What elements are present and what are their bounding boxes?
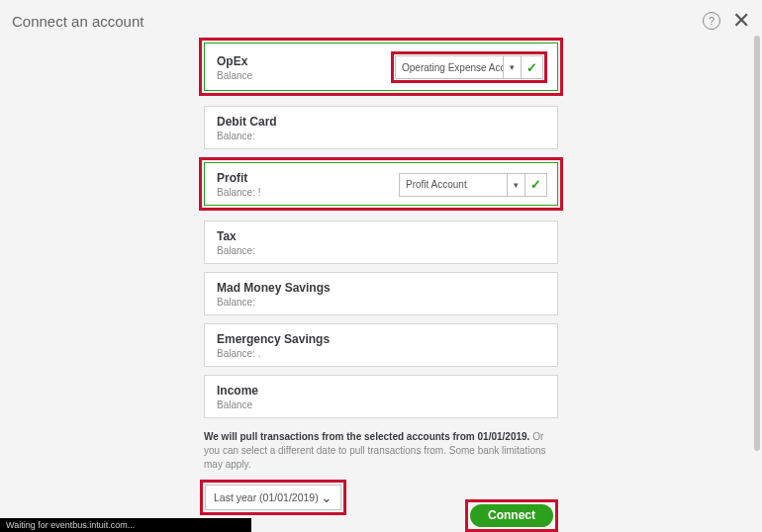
account-info: OpExBalance	[217, 54, 252, 81]
chevron-down-icon[interactable]: ▾	[507, 174, 524, 196]
account-row[interactable]: Emergency SavingsBalance: .	[204, 323, 558, 367]
date-range-select[interactable]: Last year (01/01/2019)⌄	[205, 485, 341, 510]
account-row[interactable]: TaxBalance:	[204, 221, 558, 264]
account-balance: Balance:	[217, 245, 255, 256]
close-icon[interactable]: ✕	[732, 10, 750, 32]
chevron-down-icon: ⌄	[321, 489, 333, 505]
account-balance: Balance:	[217, 131, 277, 141]
account-info: Mad Money SavingsBalance:	[217, 281, 331, 308]
account-balance: Balance	[217, 70, 252, 81]
connect-highlight: Connect	[465, 499, 558, 532]
account-type-wrap: Profit Account▾✓	[399, 173, 547, 197]
scrollbar[interactable]	[754, 36, 760, 451]
account-name: Profit	[217, 171, 260, 185]
check-icon: ✓	[525, 173, 547, 197]
account-info: TaxBalance:	[217, 229, 255, 256]
row-highlight: ProfitBalance: !Profit Account▾✓	[199, 157, 563, 211]
account-info: Emergency SavingsBalance: .	[217, 332, 330, 359]
account-info: Debit CardBalance:	[217, 115, 277, 141]
accounts-list: OpExBalanceOperating Expense Accou▾✓Debi…	[0, 38, 762, 525]
account-row[interactable]: IncomeBalance	[204, 375, 558, 418]
help-icon[interactable]: ?	[703, 12, 720, 30]
account-name: Debit Card	[217, 115, 277, 129]
account-row[interactable]: OpExBalanceOperating Expense Accou▾✓	[204, 43, 558, 91]
account-type-wrap: Operating Expense Accou▾✓	[391, 51, 547, 83]
disclaimer-bold: We will pull transactions from the selec…	[204, 431, 529, 442]
dialog-header: Connect an account ? ✕	[0, 0, 762, 38]
account-info: IncomeBalance	[217, 384, 258, 410]
account-info: ProfitBalance: !	[217, 171, 260, 198]
account-type-dropdown[interactable]: Operating Expense Accou▾	[395, 55, 522, 79]
connect-button[interactable]: Connect	[470, 504, 553, 527]
account-name: Income	[217, 384, 258, 398]
date-range-value: Last year (01/01/2019)	[214, 491, 319, 503]
account-balance: Balance	[217, 399, 258, 410]
account-name: Emergency Savings	[217, 332, 330, 346]
dialog-title: Connect an account	[12, 13, 143, 30]
account-balance: Balance: .	[217, 348, 330, 359]
account-balance: Balance: !	[217, 187, 260, 198]
account-name: Mad Money Savings	[217, 281, 331, 295]
dropdown-value: Operating Expense Accou	[396, 56, 503, 78]
browser-status-bar: Waiting for eventbus.intuit.com...	[0, 518, 251, 532]
account-row[interactable]: Debit CardBalance:	[204, 106, 558, 149]
row-highlight: OpExBalanceOperating Expense Accou▾✓	[199, 38, 563, 96]
header-actions: ? ✕	[703, 10, 750, 32]
account-row[interactable]: Mad Money SavingsBalance:	[204, 272, 558, 315]
account-type-dropdown[interactable]: Profit Account▾	[399, 173, 525, 197]
date-highlight: Last year (01/01/2019)⌄	[200, 480, 346, 515]
account-name: Tax	[217, 229, 255, 243]
dropdown-highlight: Operating Expense Accou▾✓	[391, 51, 547, 83]
check-icon: ✓	[522, 55, 543, 79]
transactions-disclaimer: We will pull transactions from the selec…	[204, 430, 558, 472]
chevron-down-icon[interactable]: ▾	[503, 56, 521, 78]
account-name: OpEx	[217, 54, 252, 68]
account-balance: Balance:	[217, 297, 331, 308]
account-row[interactable]: ProfitBalance: !Profit Account▾✓	[204, 162, 558, 206]
dropdown-value: Profit Account	[400, 174, 507, 196]
